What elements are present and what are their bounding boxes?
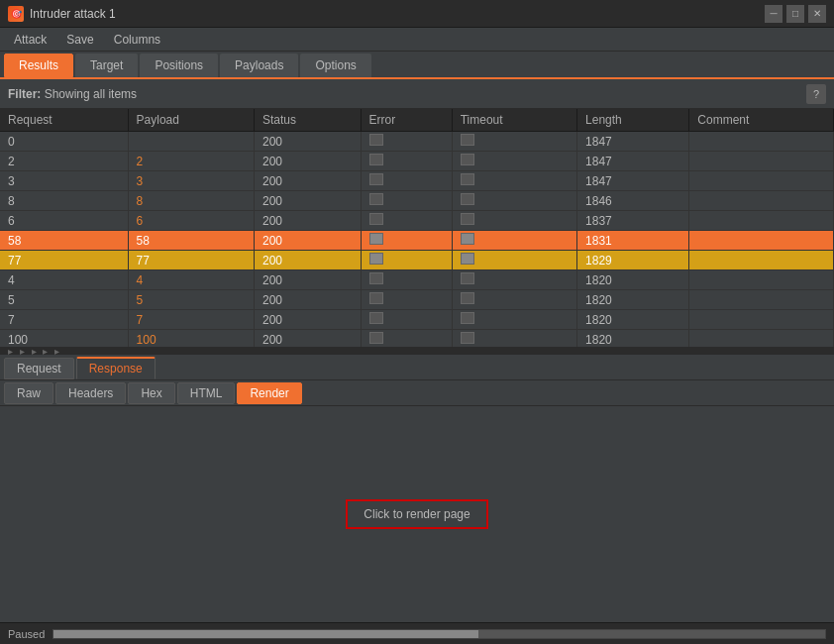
cell-status: 200	[254, 251, 361, 270]
col-header-status[interactable]: Status	[254, 109, 361, 132]
app-icon: 🎯	[8, 6, 24, 22]
cell-payload: 6	[128, 211, 254, 231]
cell-length: 1820	[577, 290, 689, 310]
cell-status: 200	[254, 310, 361, 330]
table-row[interactable]: 58 58 200 1831	[0, 231, 834, 251]
tab-options[interactable]: Options	[300, 54, 370, 77]
cell-error	[361, 290, 452, 310]
maximize-button[interactable]: □	[786, 5, 804, 23]
cell-comment	[689, 152, 834, 171]
cell-error	[361, 231, 452, 251]
cell-length: 1846	[577, 191, 689, 211]
filter-prefix: Filter:	[8, 87, 45, 101]
cell-status: 200	[254, 330, 361, 348]
subtab-hex[interactable]: Hex	[128, 382, 174, 404]
title-bar-left: 🎯 Intruder attack 1	[8, 6, 116, 22]
table-row[interactable]: 3 3 200 1847	[0, 171, 834, 191]
cell-comment	[689, 231, 834, 251]
cell-error	[361, 211, 452, 231]
col-header-comment[interactable]: Comment	[689, 109, 834, 132]
cell-error	[361, 171, 452, 191]
menu-save[interactable]: Save	[56, 31, 103, 49]
table-row[interactable]: 0 200 1847	[0, 132, 834, 152]
cell-comment	[689, 330, 834, 348]
cell-length: 1837	[577, 211, 689, 231]
progress-bar-container	[52, 629, 826, 639]
render-page-button[interactable]: Click to render page	[346, 499, 487, 529]
col-header-payload[interactable]: Payload	[128, 109, 254, 132]
cell-timeout	[452, 310, 576, 330]
tab-target[interactable]: Target	[75, 54, 138, 77]
results-table-container[interactable]: Request Payload Status Error Timeout Len…	[0, 109, 834, 347]
table-row[interactable]: 4 4 200 1820	[0, 270, 834, 290]
menu-columns[interactable]: Columns	[104, 31, 170, 49]
table-row[interactable]: 6 6 200 1837	[0, 211, 834, 231]
cell-status: 200	[254, 211, 361, 231]
cell-comment	[689, 290, 834, 310]
cell-length: 1820	[577, 310, 689, 330]
menu-attack[interactable]: Attack	[4, 31, 56, 49]
cell-length: 1847	[577, 152, 689, 171]
subtab-render[interactable]: Render	[237, 382, 301, 404]
cell-error	[361, 310, 452, 330]
cell-request: 5	[0, 290, 128, 310]
tab-payloads[interactable]: Payloads	[220, 54, 298, 77]
filter-value: Showing all items	[45, 87, 137, 101]
cell-request: 58	[0, 231, 128, 251]
cell-comment	[689, 191, 834, 211]
cell-payload	[128, 132, 254, 152]
title-bar: 🎯 Intruder attack 1 ─ □ ✕	[0, 0, 834, 28]
tab-results[interactable]: Results	[4, 54, 73, 77]
status-bar: Paused	[0, 622, 834, 644]
progress-bar-fill	[53, 630, 477, 638]
cell-timeout	[452, 290, 576, 310]
filter-help-button[interactable]: ?	[806, 84, 826, 104]
cell-request: 77	[0, 251, 128, 270]
filter-label: Filter: Showing all items	[8, 87, 806, 101]
cell-status: 200	[254, 152, 361, 171]
col-header-request[interactable]: Request	[0, 109, 128, 132]
close-button[interactable]: ✕	[808, 5, 826, 23]
table-row[interactable]: 8 8 200 1846	[0, 191, 834, 211]
cell-length: 1820	[577, 330, 689, 348]
table-row[interactable]: 2 2 200 1847	[0, 152, 834, 171]
subtab-headers[interactable]: Headers	[55, 382, 126, 404]
filter-bar: Filter: Showing all items ?	[0, 79, 834, 109]
cell-timeout	[452, 171, 576, 191]
cell-status: 200	[254, 171, 361, 191]
cell-length: 1820	[577, 270, 689, 290]
tab-positions[interactable]: Positions	[140, 54, 218, 77]
window-title: Intruder attack 1	[30, 7, 116, 21]
bottom-pane: Request Response Raw Headers Hex HTML Re…	[0, 355, 834, 622]
cell-comment	[689, 270, 834, 290]
table-row[interactable]: 77 77 200 1829	[0, 251, 834, 270]
cell-request: 7	[0, 310, 128, 330]
main-tab-bar: Results Target Positions Payloads Option…	[0, 52, 834, 79]
cell-timeout	[452, 211, 576, 231]
col-header-error[interactable]: Error	[361, 109, 452, 132]
cell-timeout	[452, 251, 576, 270]
cell-request: 0	[0, 132, 128, 152]
table-row[interactable]: 100 100 200 1820	[0, 330, 834, 348]
cell-request: 100	[0, 330, 128, 348]
cell-error	[361, 152, 452, 171]
col-header-length[interactable]: Length	[577, 109, 689, 132]
cell-request: 6	[0, 211, 128, 231]
cell-error	[361, 251, 452, 270]
subtab-raw[interactable]: Raw	[4, 382, 53, 404]
menu-bar: Attack Save Columns	[0, 28, 834, 52]
tab-response[interactable]: Response	[76, 357, 156, 379]
scroll-indicator: ▸ ▸ ▸ ▸ ▸	[0, 347, 834, 355]
results-table: Request Payload Status Error Timeout Len…	[0, 109, 834, 347]
minimize-button[interactable]: ─	[765, 5, 782, 23]
cell-payload: 7	[128, 310, 254, 330]
col-header-timeout[interactable]: Timeout	[452, 109, 576, 132]
cell-length: 1829	[577, 251, 689, 270]
subtab-html[interactable]: HTML	[177, 382, 236, 404]
table-row[interactable]: 5 5 200 1820	[0, 290, 834, 310]
tab-request[interactable]: Request	[4, 358, 74, 379]
table-row[interactable]: 7 7 200 1820	[0, 310, 834, 330]
cell-timeout	[452, 152, 576, 171]
cell-error	[361, 330, 452, 348]
cell-request: 4	[0, 270, 128, 290]
